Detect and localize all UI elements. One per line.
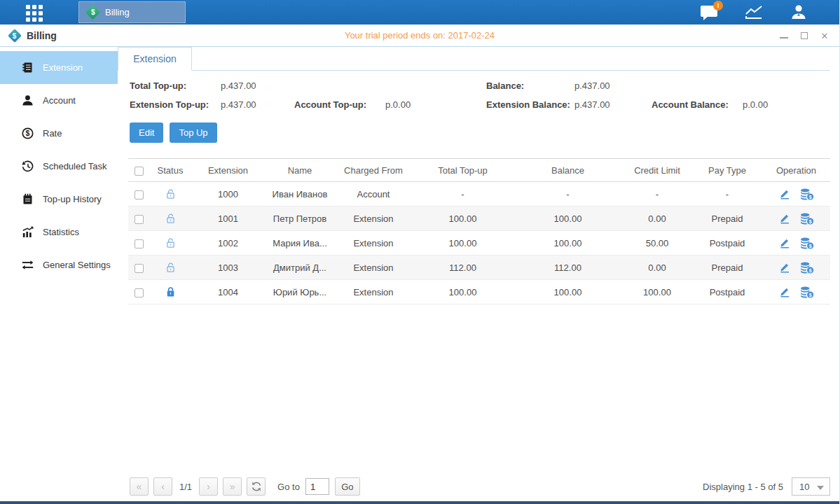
topup-row-icon[interactable]: $	[800, 237, 814, 249]
edit-button[interactable]: Edit	[130, 122, 163, 143]
sidebar: ExtensionAccount$RateScheduled TaskTop-u…	[0, 47, 118, 501]
edit-row-icon[interactable]	[779, 286, 790, 298]
topup-row-icon[interactable]: $	[800, 262, 814, 274]
app-menu-icon[interactable]	[26, 5, 43, 22]
general-settings-icon	[21, 259, 34, 271]
sidebar-item-account[interactable]: Account	[0, 84, 118, 117]
page-indicator: 1/1	[179, 482, 192, 492]
cell-name: Юрий Юрь...	[265, 280, 335, 304]
cell-credit-limit: 50.00	[622, 231, 692, 255]
column-header-pay-type: Pay Type	[692, 159, 762, 182]
row-checkbox[interactable]	[135, 288, 144, 298]
minimize-button[interactable]	[779, 31, 789, 41]
cell-total-top-up: 100.00	[412, 206, 514, 231]
sidebar-item-label: Rate	[43, 128, 62, 139]
svg-text:$: $	[808, 292, 811, 298]
extensions-table: StatusExtensionNameCharged FromTotal Top…	[128, 158, 830, 304]
column-header-extension: Extension	[191, 159, 265, 182]
cell-total-top-up: 100.00	[412, 231, 514, 255]
taskbar-tab-label: Billing	[105, 7, 130, 18]
column-header-charged-from: Charged From	[335, 159, 412, 182]
topup-row-icon[interactable]: $	[800, 213, 814, 225]
cell-charged-from: Extension	[335, 231, 412, 255]
topup-row-icon[interactable]: $	[800, 286, 814, 298]
status-locked-icon	[165, 286, 176, 298]
row-checkbox[interactable]	[135, 264, 144, 273]
taskbar-tab-billing[interactable]: $ Billing	[78, 1, 186, 23]
sidebar-item-label: Statistics	[43, 227, 79, 237]
status-unlocked-icon	[165, 262, 176, 273]
window-bottom-edge	[0, 501, 839, 504]
cell-total-top-up: -	[412, 182, 514, 206]
tab-extension[interactable]: Extension	[118, 47, 192, 71]
title-bar: $ Billing Your trial period ends on: 201…	[0, 24, 839, 47]
edit-row-icon[interactable]	[779, 262, 790, 273]
column-header-operation: Operation	[762, 159, 830, 182]
cell-total-top-up: 100.00	[412, 280, 514, 304]
page-size-select[interactable]: 10	[792, 477, 830, 496]
status-unlocked-icon	[165, 213, 176, 224]
row-checkbox[interactable]	[135, 190, 144, 200]
account-balance-label: Account Balance:	[652, 99, 743, 110]
edit-row-icon[interactable]	[779, 237, 790, 248]
cell-extension: 1003	[191, 255, 265, 280]
next-page-button[interactable]: ›	[199, 477, 218, 496]
status-unlocked-icon	[165, 237, 176, 248]
top-up-button[interactable]: Top Up	[170, 122, 216, 143]
column-header-status: Status	[149, 159, 191, 182]
pagination-bar: « ‹ 1/1 › » Go to Go Displaying 1 - 5 of…	[130, 477, 830, 496]
first-page-button[interactable]: «	[130, 477, 149, 496]
goto-label: Go to	[277, 482, 300, 492]
column-header-total-top-up: Total Top-up	[412, 159, 514, 182]
billing-window-icon: $	[8, 29, 22, 43]
cell-credit-limit: 0.00	[622, 206, 692, 231]
cell-pay-type: -	[692, 182, 762, 206]
goto-page-input[interactable]	[305, 478, 329, 495]
table-row: 1001Петр ПетровExtension100.00100.000.00…	[128, 206, 830, 231]
go-button[interactable]: Go	[335, 477, 360, 496]
refresh-button[interactable]	[247, 477, 266, 496]
user-account-icon[interactable]	[789, 4, 808, 22]
total-topup-value: p.437.00	[221, 80, 294, 91]
sidebar-item-extension[interactable]: Extension	[0, 51, 118, 84]
scheduled-task-icon	[21, 160, 34, 172]
account-icon	[21, 94, 34, 106]
account-topup-label: Account Top-up:	[294, 99, 385, 110]
content-area: Extension Total Top-up: p.437.00 Balance…	[118, 47, 840, 501]
svg-text:$: $	[808, 218, 811, 224]
row-checkbox[interactable]	[135, 239, 144, 248]
prev-page-button[interactable]: ‹	[153, 477, 172, 496]
sidebar-item-rate[interactable]: $Rate	[0, 117, 118, 150]
svg-text:$: $	[808, 194, 811, 200]
sidebar-item-label: General Settings	[43, 260, 111, 270]
sidebar-item-scheduled-task[interactable]: Scheduled Task	[0, 150, 118, 183]
cell-pay-type: Prepaid	[692, 255, 762, 280]
sidebar-item-label: Top-up History	[43, 194, 102, 204]
cell-charged-from: Account	[335, 182, 412, 206]
table-body: 1000Иван ИвановAccount----$1001Петр Петр…	[128, 182, 830, 304]
cell-extension: 1000	[191, 182, 265, 206]
resource-monitor-icon[interactable]	[744, 4, 764, 22]
status-unlocked-icon	[165, 188, 176, 200]
row-checkbox[interactable]	[135, 215, 144, 224]
close-button[interactable]: ✕	[820, 31, 829, 41]
notifications-icon[interactable]: !	[699, 4, 719, 22]
cell-extension: 1002	[191, 231, 265, 255]
edit-row-icon[interactable]	[779, 213, 790, 224]
maximize-button[interactable]	[799, 31, 809, 41]
window-controls: ✕	[779, 24, 829, 47]
cell-balance: 100.00	[514, 231, 622, 255]
topup-row-icon[interactable]: $	[800, 188, 814, 200]
edit-row-icon[interactable]	[779, 188, 790, 200]
sidebar-item-top-up-history[interactable]: Top-up History	[0, 183, 118, 216]
sidebar-item-general-settings[interactable]: General Settings	[0, 248, 118, 281]
billing-summary: Total Top-up: p.437.00 Balance: p.437.00…	[118, 71, 840, 110]
sidebar-item-statistics[interactable]: Statistics	[0, 216, 118, 248]
sidebar-item-label: Scheduled Task	[43, 161, 107, 172]
last-page-button[interactable]: »	[223, 477, 242, 496]
column-header-name: Name	[265, 159, 335, 182]
select-all-checkbox[interactable]	[135, 167, 144, 176]
cell-balance: 100.00	[514, 206, 622, 231]
sidebar-item-label: Extension	[43, 62, 83, 73]
account-balance-value: p.0.00	[743, 99, 830, 110]
